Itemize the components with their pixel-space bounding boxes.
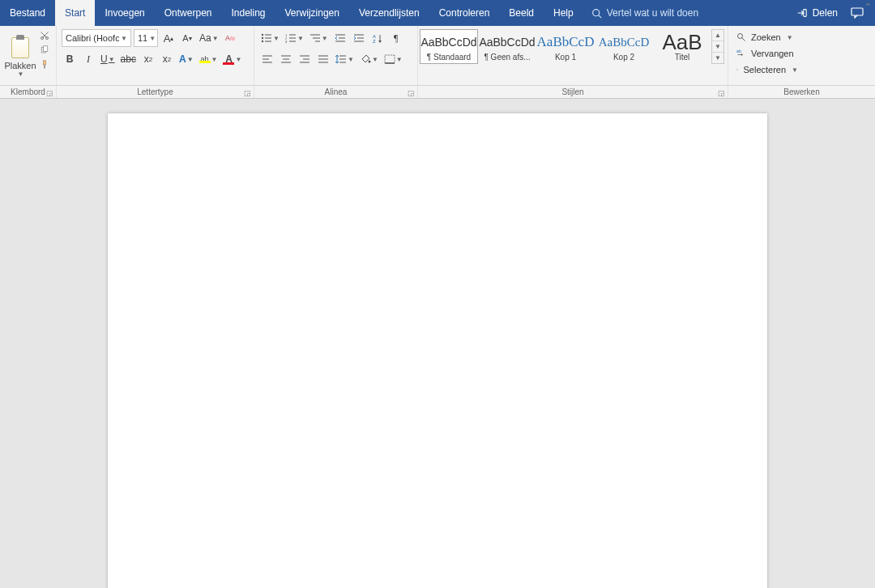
group-paragraph: ▼ 123▼ ▼ AZ ¶ ▼ ▼ ▼	[254, 26, 418, 86]
styles-expand[interactable]: ▼	[712, 53, 723, 63]
style-heading1[interactable]: AaBbCcD Kop 1	[536, 29, 595, 64]
document-workspace[interactable]	[0, 99, 875, 588]
eraser-icon: A	[225, 32, 237, 44]
clear-formatting-button[interactable]: A	[223, 29, 239, 47]
change-case-button[interactable]: Aa▼	[198, 29, 220, 47]
copy-button[interactable]	[38, 44, 51, 57]
paste-label: Plakken	[4, 61, 36, 70]
tab-home[interactable]: Start	[55, 0, 95, 26]
underline-button[interactable]: U▼	[99, 50, 117, 68]
svg-point-18	[262, 40, 263, 42]
styles-scroll-up[interactable]: ▲	[712, 30, 723, 41]
tab-file[interactable]: Bestand	[0, 0, 55, 26]
bullets-button[interactable]: ▼	[259, 29, 281, 47]
svg-text:3: 3	[285, 40, 288, 43]
tell-me-search[interactable]: Vertel wat u wilt doen	[591, 7, 698, 19]
svg-point-0	[592, 9, 599, 15]
group-styles: AaBbCcDd ¶ Standaard AaBbCcDd ¶ Geen afs…	[418, 26, 728, 86]
style-no-spacing[interactable]: AaBbCcDd ¶ Geen afs...	[478, 29, 536, 64]
svg-point-14	[262, 34, 263, 36]
replace-button[interactable]: ab Vervangen	[733, 45, 801, 62]
format-painter-button[interactable]	[38, 58, 51, 71]
dialog-launcher-paragraph[interactable]: ◲	[408, 89, 415, 97]
paste-button[interactable]: Plakken ▼	[5, 29, 36, 78]
style-preview: AaBbCcD	[599, 32, 650, 53]
align-center-icon	[280, 54, 292, 64]
svg-rect-55	[385, 55, 395, 63]
dialog-launcher-clipboard[interactable]: ◲	[46, 89, 53, 97]
shrink-font-button[interactable]: A▾	[179, 29, 195, 47]
ribbon-tab-bar: Bestand Start Invoegen Ontwerpen Indelin…	[0, 0, 875, 26]
scissors-icon	[40, 31, 49, 40]
numbering-button[interactable]: 123▼	[284, 29, 305, 47]
label-text: Stijlen	[561, 87, 583, 96]
multilevel-list-button[interactable]: ▼	[308, 29, 330, 47]
tab-design[interactable]: Ontwerpen	[155, 0, 222, 26]
select-button[interactable]: Selecteren ▼	[733, 62, 801, 78]
align-right-button[interactable]	[297, 50, 313, 68]
style-heading2[interactable]: AaBbCcD Kop 2	[595, 29, 653, 64]
dropdown-caret-icon: ▼	[786, 34, 793, 41]
style-name: Titel	[675, 53, 690, 62]
sort-button[interactable]: AZ	[369, 29, 386, 47]
strikethrough-button[interactable]: abc	[119, 50, 138, 68]
cut-button[interactable]	[38, 29, 51, 42]
dropdown-caret-icon: ▼	[149, 35, 156, 42]
align-left-icon	[262, 54, 273, 64]
highlight-color-button[interactable]: ab▼	[198, 50, 220, 68]
styles-scroll-down[interactable]: ▼	[712, 41, 723, 53]
dialog-launcher-styles[interactable]: ◲	[718, 89, 725, 97]
superscript-button[interactable]: x2	[159, 50, 175, 68]
increase-indent-button[interactable]	[351, 29, 367, 47]
line-spacing-button[interactable]: ▼	[334, 50, 356, 68]
tab-layout[interactable]: Indeling	[221, 0, 275, 26]
shading-button[interactable]: ▼	[358, 50, 380, 68]
text-effects-button[interactable]: A▼	[177, 50, 195, 68]
tab-view[interactable]: Beeld	[499, 0, 544, 26]
line-spacing-icon	[335, 54, 347, 64]
find-button[interactable]: Zoeken ▼	[733, 29, 801, 45]
tab-insert[interactable]: Invoegen	[95, 0, 154, 26]
share-button[interactable]: Delen	[796, 7, 838, 19]
grow-font-button[interactable]: A▴	[160, 29, 177, 47]
comments-icon[interactable]	[851, 7, 864, 19]
bold-button[interactable]: B	[62, 50, 78, 68]
brush-icon	[40, 60, 49, 70]
subscript-button[interactable]: x2	[140, 50, 156, 68]
dialog-launcher-font[interactable]: ◲	[244, 89, 251, 97]
align-right-icon	[299, 54, 310, 64]
align-center-button[interactable]	[278, 50, 294, 68]
group-label-styles: Stijlen ◲	[418, 86, 728, 98]
group-label-font: Lettertype ◲	[57, 86, 254, 98]
font-size-combo[interactable]: 11 ▼	[134, 29, 158, 47]
font-family-combo[interactable]: Calibri (Hoofc ▼	[62, 29, 131, 47]
tab-review[interactable]: Controleren	[429, 0, 500, 26]
show-marks-button[interactable]: ¶	[388, 29, 404, 47]
svg-rect-13	[229, 36, 235, 40]
replace-label: Vervangen	[751, 49, 794, 58]
style-title[interactable]: AaB Titel	[653, 29, 711, 64]
label-text: Bewerken	[783, 87, 819, 96]
decrease-indent-button[interactable]	[332, 29, 348, 47]
share-label: Delen	[813, 7, 838, 19]
find-label: Zoeken	[751, 32, 781, 42]
collapse-ribbon-button[interactable]: ⌃	[864, 2, 872, 12]
indent-icon	[353, 33, 365, 43]
tab-references[interactable]: Verwijzingen	[275, 0, 349, 26]
style-normal[interactable]: AaBbCcDd ¶ Standaard	[420, 29, 478, 64]
font-size-value: 11	[138, 33, 147, 43]
tab-help[interactable]: Help	[544, 0, 583, 26]
styles-scroll: ▲ ▼ ▼	[711, 29, 724, 64]
outdent-icon	[335, 33, 346, 43]
svg-line-58	[742, 38, 745, 41]
borders-button[interactable]: ▼	[382, 50, 404, 68]
font-color-button[interactable]: A▼	[221, 50, 243, 68]
italic-button[interactable]: I	[80, 50, 96, 68]
label-text: Alinea	[325, 87, 348, 96]
document-page[interactable]	[108, 113, 767, 588]
tab-mailings[interactable]: Verzendlijsten	[349, 0, 429, 26]
justify-button[interactable]	[315, 50, 331, 68]
group-editing: Zoeken ▼ ab Vervangen Selecteren ▼	[728, 26, 806, 86]
style-name: Kop 2	[613, 53, 634, 62]
align-left-button[interactable]	[259, 50, 275, 68]
